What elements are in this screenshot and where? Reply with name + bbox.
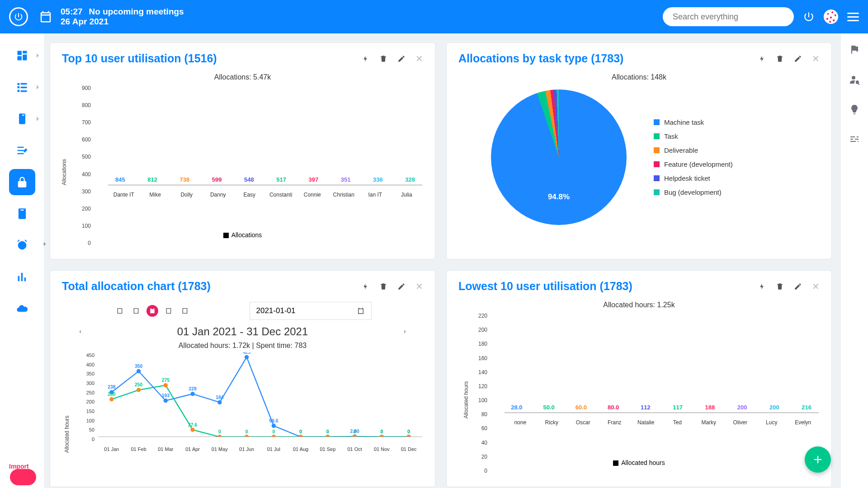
sidebar-clipboard2[interactable]: [9, 201, 35, 227]
sidebar-lock[interactable]: [9, 169, 35, 195]
range-month[interactable]: [146, 305, 158, 317]
date-range-toolbar: 2021-01-01: [58, 299, 427, 322]
x-axis-labels: noneRickyOscarFranzNatalieTedMarkyOliver…: [505, 419, 819, 426]
sidebar-alarm[interactable]: [9, 232, 35, 258]
svg-point-12: [272, 424, 276, 428]
sidebar-checklist[interactable]: [9, 137, 35, 164]
prev-range-icon[interactable]: [76, 328, 84, 335]
bolt-icon[interactable]: [361, 55, 369, 63]
card-by-type: Allocations by task type (1783) ✕ Alloca…: [446, 42, 832, 259]
app-logo[interactable]: [9, 7, 28, 26]
power-icon: [14, 12, 24, 22]
sliders-icon[interactable]: [849, 134, 860, 145]
pencil-icon[interactable]: [397, 55, 406, 63]
header-date: 26 Apr 2021: [61, 17, 184, 27]
search-input[interactable]: [663, 7, 794, 26]
y-axis-label: Allocated hours: [463, 381, 469, 418]
svg-text:0: 0: [245, 429, 248, 434]
date-input[interactable]: 2021-01-01: [250, 302, 372, 320]
card-top-users: Top 10 user utilisation (1516) ✕ Allocat…: [50, 42, 435, 259]
pencil-icon[interactable]: [794, 55, 802, 63]
bar-chart: 845812738599548517397351336328: [108, 85, 422, 185]
next-range-icon[interactable]: [401, 328, 409, 335]
sidebar-tree[interactable]: [9, 74, 35, 100]
svg-point-36: [272, 435, 276, 437]
svg-point-38: [298, 435, 302, 437]
card-low-users: Lowest 10 user utilisation (1783) ✕ Allo…: [446, 270, 832, 487]
range-day[interactable]: [114, 305, 126, 317]
avatar[interactable]: [824, 9, 838, 24]
svg-text:238: 238: [108, 385, 116, 389]
range-week[interactable]: [130, 305, 142, 317]
sidebar-bar-chart[interactable]: [9, 264, 35, 290]
card-total-alloc: Total allocation chart (1783) ✕ 2021-01-…: [50, 270, 435, 487]
svg-point-30: [190, 427, 194, 432]
pie-main-label: 94.8%: [548, 192, 570, 202]
x-axis-labels: Dante ITMikeDollyDannyEasyConstantiConni…: [108, 192, 422, 198]
range-quarter[interactable]: [163, 305, 175, 317]
sidebar-clipboard[interactable]: [9, 106, 35, 132]
pencil-icon[interactable]: [794, 282, 802, 291]
card-title: Total allocation chart (1783): [62, 280, 211, 293]
svg-text:59.0: 59.0: [269, 418, 278, 423]
svg-text:0: 0: [218, 429, 221, 434]
svg-point-4: [164, 399, 168, 403]
flag-icon[interactable]: [849, 44, 860, 55]
menu-icon[interactable]: [847, 13, 859, 21]
card-title: Top 10 user utilisation (1516): [62, 52, 217, 65]
chart-legend: Allocated hours: [455, 459, 823, 466]
trash-icon[interactable]: [379, 282, 387, 291]
svg-text:250: 250: [135, 382, 143, 387]
card-subtitle: Allocations: 148k: [447, 73, 831, 81]
svg-text:0: 0: [326, 429, 329, 434]
svg-point-26: [137, 388, 141, 392]
bolt-icon[interactable]: [758, 282, 766, 291]
calendar-icon[interactable]: [39, 10, 52, 23]
import-button[interactable]: [10, 469, 36, 485]
person-search-icon[interactable]: [849, 74, 860, 85]
y-axis-label: Allocations: [61, 159, 67, 185]
pie-chart: 94.8%: [491, 89, 627, 225]
card-title: Allocations by task type (1783): [458, 52, 623, 65]
close-icon[interactable]: ✕: [812, 53, 820, 64]
svg-point-34: [245, 435, 249, 437]
range-year[interactable]: [179, 305, 191, 317]
trash-icon[interactable]: [776, 55, 784, 63]
power-off-icon[interactable]: [803, 11, 815, 23]
sidebar-cloud[interactable]: [9, 296, 35, 322]
svg-text:0: 0: [299, 429, 302, 434]
close-icon[interactable]: ✕: [415, 53, 423, 64]
bolt-icon[interactable]: [758, 55, 766, 63]
header-meetings: No upcoming meetings: [89, 7, 184, 17]
alloc-summary: Allocated hours: 1.72k | Spent time: 783: [58, 342, 427, 350]
add-button[interactable]: [805, 446, 831, 473]
close-icon[interactable]: ✕: [415, 281, 423, 292]
svg-point-24: [109, 397, 113, 401]
svg-point-40: [326, 435, 330, 437]
svg-text:0: 0: [272, 429, 275, 434]
sidebar-expand[interactable]: [40, 237, 49, 251]
svg-point-8: [217, 400, 222, 404]
x-axis-labels: 01 Jan01 Feb01 Mar01 Apr01 May01 Jun01 J…: [98, 446, 422, 452]
header-time: 05:27: [61, 7, 83, 17]
y-axis-label: Allocated hours: [64, 415, 70, 453]
lightbulb-icon[interactable]: [849, 104, 860, 115]
pencil-icon[interactable]: [397, 282, 406, 291]
svg-point-6: [190, 392, 194, 396]
trash-icon[interactable]: [379, 55, 387, 63]
pie-legend: Machine taskTaskDeliverableFeature (deve…: [654, 118, 733, 196]
dashboard-grid: Top 10 user utilisation (1516) ✕ Allocat…: [50, 42, 835, 488]
card-subtitle: Allocations: 5.47k: [50, 73, 435, 81]
card-title: Lowest 10 user utilisation (1783): [458, 280, 632, 293]
top-bar: 05:27 No upcoming meetings 26 Apr 2021: [0, 0, 868, 33]
svg-text:200: 200: [108, 392, 116, 397]
svg-text:425: 425: [243, 352, 251, 355]
svg-text:0: 0: [354, 429, 356, 434]
svg-text:37.6: 37.6: [188, 422, 197, 427]
sidebar-dashboard[interactable]: [9, 42, 35, 69]
svg-text:0: 0: [407, 429, 410, 434]
close-icon[interactable]: ✕: [812, 281, 820, 292]
trash-icon[interactable]: [776, 282, 784, 291]
bolt-icon[interactable]: [361, 282, 369, 291]
svg-text:193: 193: [162, 393, 170, 398]
